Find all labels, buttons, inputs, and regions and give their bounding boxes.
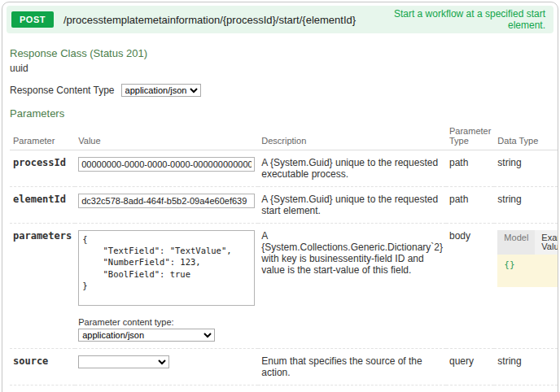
param-name: parameters (10, 224, 75, 349)
response-content-type-label: Response Content Type (10, 85, 115, 96)
col-header-data-type: Data Type (494, 123, 558, 150)
param-name: elementId (10, 187, 75, 224)
endpoint-path-link[interactable]: /processtemplatemetainformation/{process… (63, 14, 356, 26)
parameter-content-type-label: Parameter content type: (78, 317, 255, 327)
param-type: body (446, 224, 494, 349)
param-description: A {System.Guid} unique to the requested … (258, 187, 446, 224)
param-name: source (10, 349, 75, 385)
col-header-description: Description (258, 123, 446, 150)
tab-model[interactable]: Model (497, 230, 535, 255)
param-data-type: string (494, 150, 558, 187)
body-parameter-textarea[interactable]: { "TextField": "TextValue", "NumberField… (78, 230, 255, 306)
param-type: path (446, 150, 494, 187)
api-operation-panel: POST /processtemplatemetainformation/{pr… (2, 2, 558, 392)
param-data-type: string (494, 187, 558, 224)
http-method-badge: POST (11, 11, 54, 28)
response-return-type: uuid (10, 63, 550, 74)
endpoint-summary: Start a workflow at a specified start el… (356, 8, 549, 31)
parameters-heading: Parameters (10, 107, 550, 120)
processid-input[interactable] (78, 157, 255, 172)
param-row-source: source Enum that specifies the source of… (10, 349, 558, 385)
param-description: A {System.Guid} unique to the requested … (258, 150, 446, 187)
param-name: processId (10, 150, 75, 187)
param-description: Enum that specifies the source of the ac… (258, 349, 446, 385)
col-header-value: Value (75, 123, 258, 150)
example-value-snippet[interactable]: {} (497, 255, 558, 287)
param-type: path (446, 187, 494, 224)
source-select[interactable] (78, 355, 169, 368)
parameters-table: Parameter Value Description Parameter Ty… (10, 123, 558, 385)
param-type: query (446, 349, 494, 385)
response-content-type-select[interactable]: application/json (121, 84, 201, 97)
param-row-elementid: elementId A {System.Guid} unique to the … (10, 187, 558, 224)
param-data-type: string (494, 349, 558, 385)
tab-example-value[interactable]: Example Value (535, 230, 558, 255)
operation-header: POST /processtemplatemetainformation/{pr… (7, 6, 553, 33)
response-class-heading: Response Class (Status 201) (10, 47, 550, 59)
operation-content: Response Class (Status 201) uuid Respons… (2, 37, 558, 392)
elementid-input[interactable] (78, 194, 255, 208)
param-row-processid: processId A {System.Guid} unique to the … (10, 150, 558, 187)
param-row-parameters: parameters { "TextField": "TextValue", "… (10, 224, 558, 349)
col-header-parameter-type: Parameter Type (446, 123, 494, 150)
param-description: A {System.Collections.Generic.Dictionary… (258, 224, 446, 349)
model-example-tabs: Model Example Value (497, 230, 558, 255)
parameter-content-type-select[interactable]: application/json (78, 329, 215, 342)
col-header-parameter: Parameter (10, 123, 75, 150)
